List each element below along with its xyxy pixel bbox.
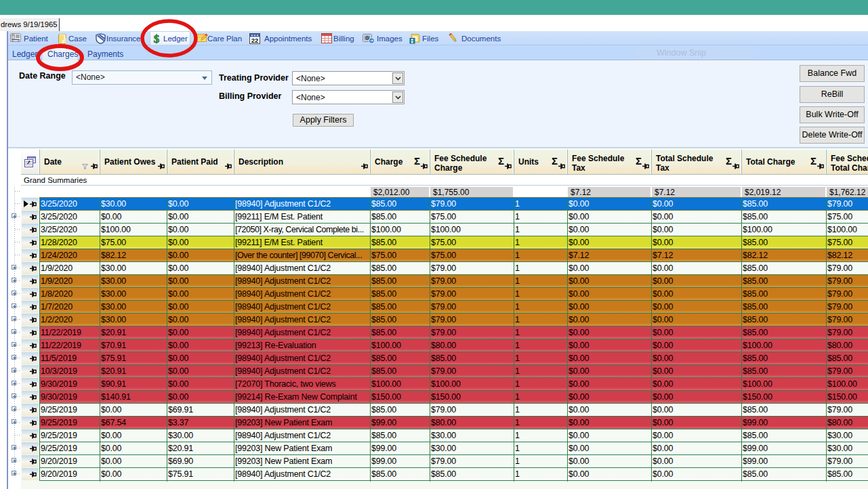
svg-text:22: 22 bbox=[251, 37, 259, 44]
svg-text:$: $ bbox=[154, 33, 160, 45]
